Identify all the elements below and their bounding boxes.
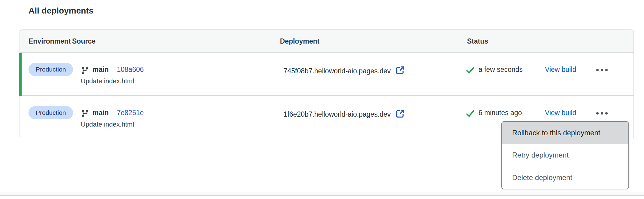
deployment-url: 1f6e20b7.helloworld-aio.pages.dev (284, 110, 391, 118)
deployment-url: 745f08b7.helloworld-aio.pages.dev (284, 67, 391, 75)
commit-link[interactable]: 7e8251e (117, 109, 144, 117)
deployment-url-cell: 1f6e20b7.helloworld-aio.pages.dev (284, 109, 405, 121)
page-title: All deployments (29, 6, 93, 16)
section-divider (0, 192, 644, 196)
view-build-link[interactable]: View build (545, 109, 576, 117)
git-branch-icon (81, 66, 89, 76)
git-branch-icon (81, 109, 89, 119)
external-link-icon[interactable] (395, 109, 405, 121)
branch-name: main (93, 66, 109, 74)
environment-badge: Production (29, 106, 73, 119)
commit-link[interactable]: 108a606 (117, 66, 144, 74)
menu-item-delete[interactable]: Delete deployment (502, 167, 628, 189)
environment-badge: Production (29, 63, 73, 76)
column-header-status: Status (467, 30, 488, 53)
deployments-page: All deployments Environment Source Deplo… (0, 0, 644, 199)
success-check-icon (466, 66, 475, 76)
ellipsis-icon (596, 69, 599, 71)
success-check-icon (466, 109, 475, 119)
table-row: Production main 108a606 Update index.htm… (20, 53, 633, 96)
external-link-icon[interactable] (395, 65, 405, 77)
column-header-source: Source (72, 30, 96, 53)
menu-item-rollback[interactable]: Rollback to this deployment (502, 122, 628, 144)
branch-name: main (93, 109, 109, 117)
more-actions-button[interactable] (592, 65, 612, 75)
commit-message: Update index.html (81, 77, 134, 85)
menu-item-retry[interactable]: Retry deployment (502, 144, 628, 166)
table-header: Environment Source Deployment Status (20, 30, 633, 53)
deployment-url-cell: 745f08b7.helloworld-aio.pages.dev (284, 65, 405, 77)
status-time: 6 minutes ago (478, 109, 522, 117)
column-header-environment: Environment (29, 30, 71, 53)
column-header-deployment: Deployment (280, 30, 320, 53)
status-time: a few seconds (478, 66, 523, 74)
deployment-actions-menu: Rollback to this deployment Retry deploy… (501, 121, 629, 189)
view-build-link[interactable]: View build (545, 66, 576, 74)
commit-message: Update index.html (81, 121, 134, 128)
more-actions-button[interactable] (592, 108, 612, 119)
ellipsis-icon (596, 112, 599, 115)
active-deployment-indicator (19, 53, 22, 96)
